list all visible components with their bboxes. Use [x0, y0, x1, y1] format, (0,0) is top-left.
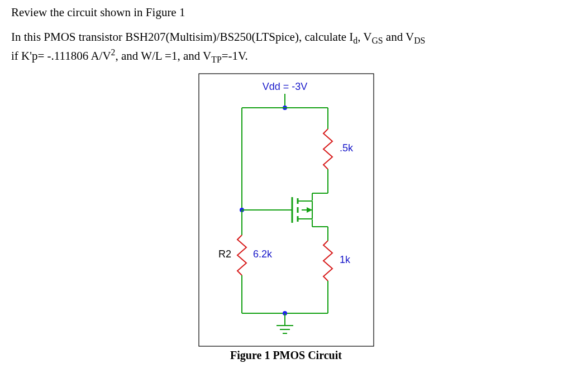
sub-tp: TP	[211, 55, 221, 64]
sub-ds: DS	[414, 36, 425, 45]
r2-name: R2	[218, 248, 231, 260]
problem-statement: In this PMOS transistor BSH207(Multisim)…	[11, 30, 561, 65]
circuit-diagram: Vdd = -3V R2 6.2k .5k	[198, 73, 374, 347]
sub-gs: GS	[371, 36, 383, 45]
prob-2b: , and W/L =1, and V	[115, 49, 211, 63]
vdd-label: Vdd = -3V	[262, 81, 307, 92]
r-top-right-value: .5k	[340, 142, 354, 154]
prob-1b: , V	[358, 30, 371, 44]
prob-2a: if K'p= -.111806 A/V	[11, 49, 111, 63]
r-bottom-right-value: 1k	[340, 254, 351, 265]
figure-1: Vdd = -3V R2 6.2k .5k	[11, 73, 561, 362]
intro-text: Review the circuit shown in Figure 1	[11, 6, 561, 20]
prob-2c: =-1V.	[222, 49, 248, 63]
sub-d: d	[353, 36, 358, 45]
prob-1c: and V	[383, 30, 414, 44]
pmos-transistor	[281, 193, 328, 241]
svg-marker-22	[307, 207, 312, 213]
prob-1a: In this PMOS transistor BSH207(Multisim)…	[11, 30, 353, 44]
figure-caption: Figure 1 PMOS Circuit	[230, 349, 342, 362]
r2-value: 6.2k	[253, 248, 273, 260]
